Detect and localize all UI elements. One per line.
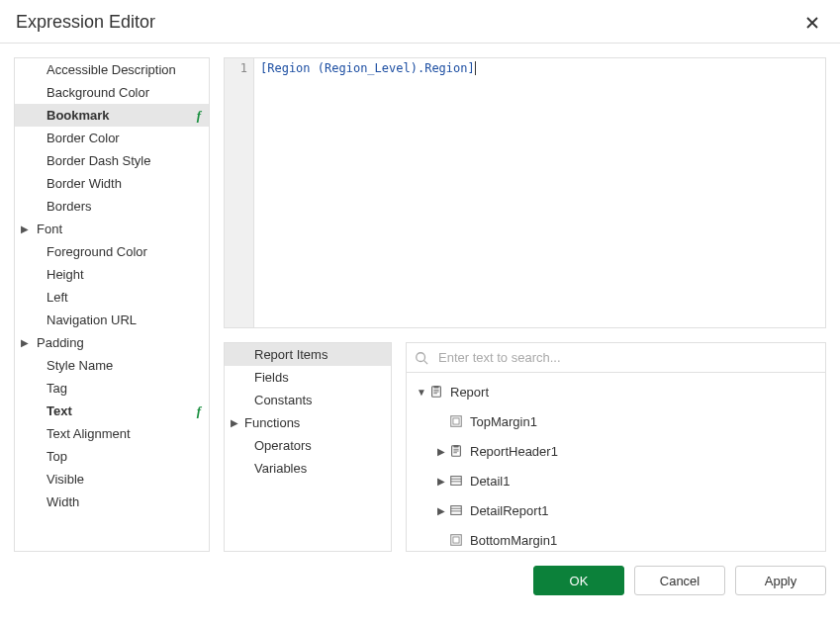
search-icon xyxy=(415,351,428,365)
property-item[interactable]: Top xyxy=(15,445,209,468)
category-label: Operators xyxy=(254,438,312,453)
tree-item[interactable]: TopMargin1 xyxy=(407,406,825,436)
property-label: Padding xyxy=(35,335,203,350)
property-item[interactable]: Border Dash Style xyxy=(15,149,209,172)
tree-item[interactable]: ▶Detail1 xyxy=(407,466,825,495)
property-item[interactable]: Height xyxy=(15,263,209,286)
svg-rect-9 xyxy=(451,535,462,546)
property-label: Height xyxy=(45,267,203,282)
svg-rect-2 xyxy=(433,386,438,389)
category-label: Functions xyxy=(244,415,300,430)
property-item[interactable]: Borders xyxy=(15,195,209,218)
property-label: Foreground Color xyxy=(45,244,203,259)
property-item[interactable]: ▶Font xyxy=(15,218,209,240)
property-item[interactable]: Tag xyxy=(15,377,209,400)
fx-icon: f xyxy=(197,108,201,124)
property-label: Background Color xyxy=(45,85,203,100)
detail-icon xyxy=(448,473,464,489)
property-item[interactable]: Navigation URL xyxy=(15,309,209,331)
property-item[interactable]: Background Color xyxy=(15,81,209,104)
expression-editor-textarea[interactable]: 1 [Region (Region_Level).Region] xyxy=(224,57,826,328)
category-label: Constants xyxy=(254,393,313,407)
clipboard-icon xyxy=(448,443,464,459)
svg-rect-3 xyxy=(451,416,462,427)
apply-button[interactable]: Apply xyxy=(735,566,826,595)
property-label: Text xyxy=(45,403,197,418)
margin-icon xyxy=(448,532,464,548)
line-gutter: 1 xyxy=(225,58,254,327)
tree-item-label: Report xyxy=(450,385,825,400)
property-label: Accessible Description xyxy=(45,62,203,77)
property-label: Tag xyxy=(45,381,203,396)
property-item[interactable]: Textf xyxy=(15,400,209,422)
property-label: Navigation URL xyxy=(45,312,203,327)
category-list[interactable]: Report ItemsFieldsConstants▶FunctionsOpe… xyxy=(224,342,392,552)
search-input[interactable] xyxy=(436,349,817,366)
svg-rect-8 xyxy=(451,506,462,515)
expand-arrow-icon: ▶ xyxy=(21,223,35,234)
property-item[interactable]: Foreground Color xyxy=(15,240,209,263)
category-item[interactable]: Fields xyxy=(225,366,391,389)
svg-rect-4 xyxy=(453,418,459,424)
property-label: Visible xyxy=(45,472,203,487)
property-item[interactable]: Style Name xyxy=(15,354,209,377)
items-tree[interactable]: ▼ReportTopMargin1▶ReportHeader1▶Detail1▶… xyxy=(407,373,825,551)
property-label: Border Dash Style xyxy=(45,153,203,168)
chevron-right-icon[interactable]: ▶ xyxy=(434,446,448,457)
property-item[interactable]: ▶Padding xyxy=(15,331,209,354)
property-label: Font xyxy=(35,222,203,236)
category-label: Variables xyxy=(254,461,307,476)
property-label: Width xyxy=(45,494,203,509)
expand-arrow-icon: ▶ xyxy=(231,417,244,428)
property-item[interactable]: Accessible Description xyxy=(15,58,209,81)
tree-item[interactable]: ▶ReportHeader1 xyxy=(407,436,825,466)
svg-rect-10 xyxy=(453,537,459,543)
items-tree-panel: ▼ReportTopMargin1▶ReportHeader1▶Detail1▶… xyxy=(406,342,826,552)
chevron-right-icon[interactable]: ▶ xyxy=(434,476,448,487)
property-item[interactable]: Border Width xyxy=(15,172,209,195)
expand-arrow-icon: ▶ xyxy=(21,337,35,348)
property-item[interactable]: Width xyxy=(15,491,209,513)
property-label: Style Name xyxy=(45,358,203,373)
category-label: Report Items xyxy=(254,347,327,362)
chevron-down-icon[interactable]: ▼ xyxy=(415,387,428,398)
clipboard-icon xyxy=(428,384,444,400)
category-item[interactable]: ▶Functions xyxy=(225,411,391,434)
category-item[interactable]: Constants xyxy=(225,389,391,411)
margin-icon xyxy=(448,413,464,429)
cancel-button[interactable]: Cancel xyxy=(634,566,725,595)
tree-item[interactable]: ▶DetailReport1 xyxy=(407,495,825,525)
close-icon xyxy=(804,15,820,31)
svg-rect-7 xyxy=(451,477,462,486)
svg-point-0 xyxy=(417,352,425,361)
tree-item-label: ReportHeader1 xyxy=(470,444,825,459)
dialog-title: Expression Editor xyxy=(16,12,155,33)
category-label: Fields xyxy=(254,370,289,385)
property-item[interactable]: Text Alignment xyxy=(15,422,209,445)
svg-rect-6 xyxy=(453,445,458,448)
expression-text[interactable]: [Region (Region_Level).Region] xyxy=(254,58,825,327)
detail-icon xyxy=(448,502,464,518)
close-button[interactable] xyxy=(800,13,824,33)
tree-item[interactable]: BottomMargin1 xyxy=(407,525,825,551)
tree-item-label: DetailReport1 xyxy=(470,503,825,518)
property-label: Bookmark xyxy=(45,108,197,123)
property-item[interactable]: Border Color xyxy=(15,127,209,149)
category-item[interactable]: Operators xyxy=(225,434,391,457)
ok-button[interactable]: OK xyxy=(533,566,624,595)
property-label: Top xyxy=(45,449,203,464)
chevron-right-icon[interactable]: ▶ xyxy=(434,505,448,516)
property-item[interactable]: Bookmarkf xyxy=(15,104,209,127)
property-label: Text Alignment xyxy=(45,426,203,441)
property-item[interactable]: Left xyxy=(15,286,209,309)
fx-icon: f xyxy=(197,403,201,419)
category-item[interactable]: Report Items xyxy=(225,343,391,366)
property-label: Left xyxy=(45,290,203,305)
tree-item-label: BottomMargin1 xyxy=(470,533,825,548)
tree-item-label: Detail1 xyxy=(470,474,825,489)
tree-item[interactable]: ▼Report xyxy=(407,377,825,406)
property-label: Border Width xyxy=(45,176,203,191)
category-item[interactable]: Variables xyxy=(225,457,391,480)
property-item[interactable]: Visible xyxy=(15,468,209,491)
property-list[interactable]: Accessible DescriptionBackground ColorBo… xyxy=(14,57,210,552)
